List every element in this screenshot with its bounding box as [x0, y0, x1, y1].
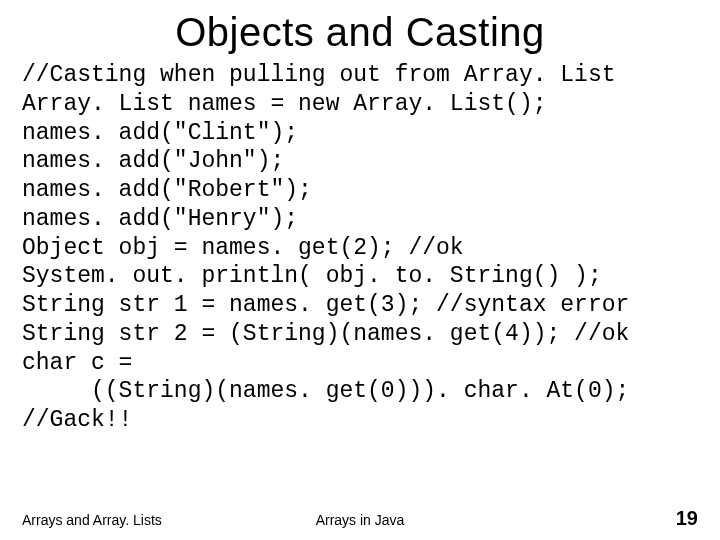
slide-footer: Arrays and Array. Lists Arrays in Java 1… [0, 504, 720, 528]
footer-center: Arrays in Java [0, 512, 720, 528]
page-number: 19 [676, 507, 698, 530]
slide-title: Objects and Casting [0, 0, 720, 61]
slide: Objects and Casting //Casting when pulli… [0, 0, 720, 540]
code-block: //Casting when pulling out from Array. L… [0, 61, 720, 435]
